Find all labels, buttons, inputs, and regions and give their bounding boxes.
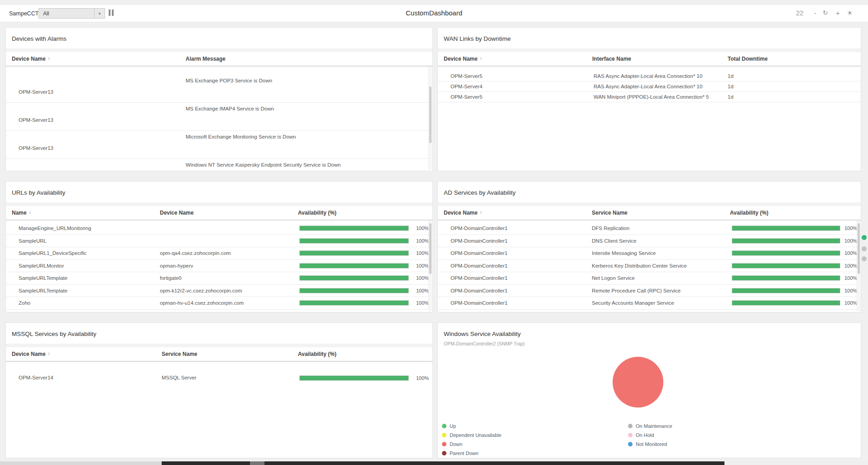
table-row[interactable]: Zoho_URLMonitoring 100% <box>6 310 432 313</box>
table-row[interactable]: OPM-DomainController1 Security Accounts … <box>438 297 861 310</box>
availability-value: 100% <box>844 275 857 281</box>
table-row[interactable]: OPM-Server13 MS Exchange IMAP4 Service i… <box>6 103 432 131</box>
availability-value: 100% <box>844 263 857 268</box>
page-indicator-dot[interactable] <box>862 256 867 261</box>
total-downtime-cell: 1d <box>728 73 734 79</box>
table-row[interactable]: SampleURLTemplate fortigate0 100% <box>6 272 432 285</box>
column-header-availability[interactable]: Availability (%) <box>298 351 336 357</box>
column-header-device-name[interactable]: Device Name▲▼ <box>12 56 50 62</box>
table-row[interactable]: OPM-DomainController1 Kerberos Key Distr… <box>438 260 861 273</box>
device-name-cell: opman-hv-u14.csez.zohocorpin.com <box>160 300 244 306</box>
column-header-service-name[interactable]: Service Name <box>592 210 628 216</box>
dashboard-app: SampeCCTV All ▼ CustomDashboard 22 - ↻ +… <box>0 0 868 465</box>
availability-bar <box>299 300 409 306</box>
legend-dot <box>628 442 633 446</box>
column-header-interface-name[interactable]: Interface Name <box>592 56 631 62</box>
table-row[interactable]: OPM-Server5 RAS Async Adapter-Local Area… <box>438 71 861 81</box>
table-row[interactable]: OPM-DomainController1 DNS Client Service… <box>438 235 861 248</box>
availability-bar <box>299 263 409 268</box>
zoom-out-button[interactable]: - <box>814 9 816 17</box>
column-header-device-name[interactable]: Device Name▲▼ <box>12 351 50 357</box>
scrollbar-thumb[interactable] <box>429 223 432 274</box>
interface-name-cell: RAS Async Adapter-Local Area Connection*… <box>594 73 702 79</box>
column-header-availability[interactable]: Availability (%) <box>298 210 336 216</box>
vertical-scrollbar <box>428 67 432 170</box>
sun-icon[interactable]: ☀ <box>847 9 853 17</box>
column-header-device-name[interactable]: Device Name▲▼ <box>444 56 482 62</box>
table-row[interactable]: OPM-Server13 Microsoft Exchange Monitori… <box>6 131 432 159</box>
column-header-service-name[interactable]: Service Name <box>162 351 197 357</box>
legend-dot <box>628 433 633 437</box>
column-header-total-downtime[interactable]: Total Downtime <box>728 56 767 62</box>
top-toolbar: SampeCCTV All ▼ CustomDashboard 22 - ↻ +… <box>0 5 868 22</box>
column-header-name[interactable]: Name▲▼ <box>12 210 31 216</box>
column-header-device-name[interactable]: Device Name <box>160 210 194 216</box>
table-header: Device Name▲▼ Alarm Message <box>6 52 432 67</box>
vertical-scrollbar <box>428 221 432 311</box>
device-name-cell: OPM-DomainController1 <box>451 300 508 306</box>
scrollbar-thumb[interactable] <box>250 461 264 465</box>
availability-value: 100% <box>416 288 429 293</box>
table-header: Device Name▲▼ Service Name Availability … <box>438 206 861 221</box>
scrollbar-thumb[interactable] <box>429 86 432 143</box>
service-name-cell: MSSQL Server <box>162 375 197 380</box>
pie-chart[interactable] <box>613 357 663 407</box>
availability-bar <box>299 238 409 244</box>
urls-by-availability-panel: URLs by Availability Name▲▼ Device Name … <box>5 181 433 312</box>
mssql-services-by-availability-panel: MSSQL Services by Availability Device Na… <box>5 322 433 458</box>
legend-label: Dependent Unavailable <box>450 432 501 438</box>
legend-dot <box>628 424 633 428</box>
legend-label: Down <box>450 441 462 447</box>
device-name-cell: OPM-Server5 <box>451 94 482 100</box>
device-name-cell: OPM-DomainController1 <box>451 225 508 231</box>
sort-icon: ▲▼ <box>480 57 482 60</box>
table-row[interactable]: OPM-Server13 MS Exchange POP3 Service is… <box>6 75 432 103</box>
device-name-cell: OPM-Server5 <box>451 73 482 79</box>
table-row[interactable]: OPM-Server14 MSSQL Server 100% <box>6 368 432 388</box>
alarm-message-cell: MS Exchange POP3 Service is Down <box>186 78 272 83</box>
service-name-cell: Kerberos Key Distribution Center Service <box>592 263 687 268</box>
url-name-cell: SampleURLTemplate <box>19 275 67 281</box>
device-name-cell: OPM-DomainController1 <box>451 288 508 293</box>
legend-dot <box>442 442 446 446</box>
wan-links-by-downtime-panel: WAN Links by Downtime Device Name▲▼ Inte… <box>437 27 861 171</box>
page-indicator-dot-active[interactable] <box>862 235 867 240</box>
column-header-device-name[interactable]: Device Name▲▼ <box>444 210 482 216</box>
availability-value: 100% <box>844 225 857 231</box>
panel-title: URLs by Availability <box>6 182 432 202</box>
table-row[interactable]: SampleURL1_DeviceSpecific opm-qa4.csez.z… <box>6 247 432 260</box>
vertical-scrollbar <box>857 221 860 311</box>
service-name-cell: Security Accounts Manager Service <box>592 300 674 306</box>
scrollbar-thumb[interactable] <box>858 223 860 274</box>
column-header-availability[interactable]: Availability (%) <box>730 210 768 216</box>
table-row[interactable]: OPM-Server4 RAS Async Adapter-Local Area… <box>438 81 861 92</box>
column-header-alarm-message[interactable]: Alarm Message <box>186 56 225 62</box>
alarm-message-cell: Microsoft Exchange Monitoring Service is… <box>186 134 296 139</box>
zoom-level-value: 22 <box>796 9 804 17</box>
table-row[interactable]: OPM-Server13 Windows NT Service Kaspersk… <box>6 159 432 171</box>
availability-bar <box>732 238 840 244</box>
device-name-cell: fortigate0 <box>160 275 182 281</box>
device-name-cell: OPM-Server13 <box>19 117 53 123</box>
device-name-cell: OPM-Server13 <box>19 89 53 95</box>
availability-value: 100% <box>416 250 429 256</box>
table-row[interactable]: Zoho opman-hv-u14.csez.zohocorpin.com 10… <box>6 297 432 310</box>
table-row[interactable]: OPM-DomainController1 DFS Replication 10… <box>438 222 861 235</box>
zoom-in-button[interactable]: + <box>836 9 840 17</box>
table-row[interactable]: OPM-DomainController1 Intersite Messagin… <box>438 247 861 260</box>
page-indicator-dot[interactable] <box>862 246 867 251</box>
table-row[interactable]: ManageEngine_URLMonitoring 100% <box>6 222 432 235</box>
table-row[interactable]: OPM-Server5 WAN Miniport (PPPOE)-Local A… <box>438 92 861 102</box>
table-row[interactable]: OPM-DomainController1 Net Logon Service … <box>438 272 861 285</box>
url-name-cell: SampleURL1_DeviceSpecific <box>19 250 86 256</box>
table-row[interactable]: OPM-DomainController1 Remote Procedure C… <box>438 285 861 297</box>
table-row[interactable]: SampleURLMonitor opman-hyperv 100% <box>6 260 432 273</box>
table-row[interactable]: SampleURL 100% <box>6 235 432 248</box>
windows-service-availability-panel: Windows Service Availability OPM-DomainC… <box>437 322 861 458</box>
url-name-cell: SampleURL <box>19 238 47 244</box>
table-row[interactable]: SampleURLTemplate opm-k12r2-vc.csez.zoho… <box>6 285 432 297</box>
device-name-cell: OPM-Server13 <box>19 145 53 151</box>
refresh-icon[interactable]: ↻ <box>823 9 828 16</box>
availability-value: 100% <box>416 263 429 268</box>
table-row[interactable]: OPM-DomainController1 Server Service 100… <box>438 310 861 313</box>
